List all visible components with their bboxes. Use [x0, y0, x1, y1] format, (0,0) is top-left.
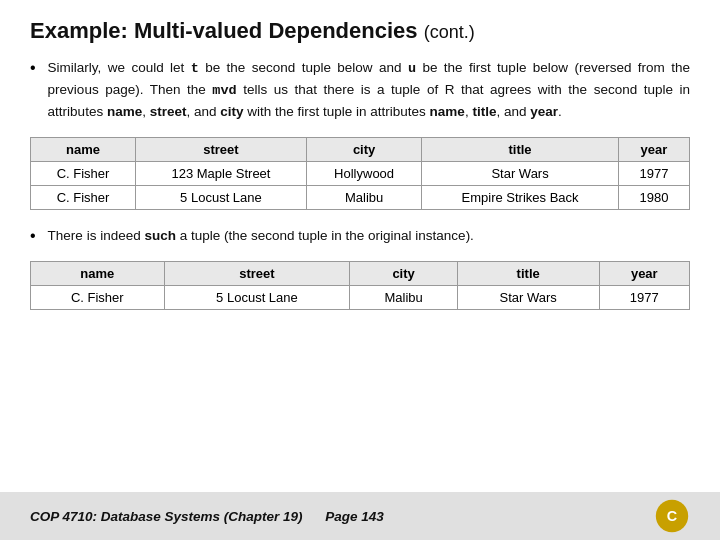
- col-header-street-1: street: [136, 137, 307, 161]
- paragraph-2: There is indeed such a tuple (the second…: [48, 226, 474, 247]
- cell-title: Empire Strikes Back: [422, 185, 619, 209]
- cell-title: Star Wars: [457, 285, 599, 309]
- cell-year: 1980: [618, 185, 689, 209]
- cell-year: 1977: [599, 285, 689, 309]
- col-header-title-2: title: [457, 261, 599, 285]
- paragraph-1: Similarly, we could let t be the second …: [48, 58, 690, 123]
- cell-city: Hollywood: [306, 161, 421, 185]
- bullet-1: •: [30, 59, 36, 77]
- cell-street: 5 Locust Lane: [136, 185, 307, 209]
- title-suffix: (cont.): [424, 22, 475, 42]
- footer-logo: C: [654, 498, 690, 534]
- svg-text:C: C: [667, 508, 677, 524]
- col-header-name-1: name: [31, 137, 136, 161]
- footer-course: COP 4710: Database Systems (Chapter 19) …: [30, 509, 384, 524]
- table-2: name street city title year C. Fisher 5 …: [30, 261, 690, 310]
- bullet-section-2: • There is indeed such a tuple (the seco…: [30, 226, 690, 247]
- cell-name: C. Fisher: [31, 185, 136, 209]
- col-header-year-2: year: [599, 261, 689, 285]
- bullet-2: •: [30, 227, 36, 245]
- col-header-year-1: year: [618, 137, 689, 161]
- col-header-name-2: name: [31, 261, 165, 285]
- cell-street: 5 Locust Lane: [164, 285, 350, 309]
- cell-name: C. Fisher: [31, 285, 165, 309]
- cell-name: C. Fisher: [31, 161, 136, 185]
- main-content: Example: Multi-valued Dependencies (cont…: [0, 0, 720, 336]
- table-row: C. Fisher 5 Locust Lane Malibu Star Wars…: [31, 285, 690, 309]
- bullet-section-1: • Similarly, we could let t be the secon…: [30, 58, 690, 123]
- page-title: Example: Multi-valued Dependencies (cont…: [30, 18, 690, 44]
- col-header-city-1: city: [306, 137, 421, 161]
- cell-city: Malibu: [350, 285, 457, 309]
- table-row: C. Fisher 5 Locust Lane Malibu Empire St…: [31, 185, 690, 209]
- col-header-street-2: street: [164, 261, 350, 285]
- cell-city: Malibu: [306, 185, 421, 209]
- table-1: name street city title year C. Fisher 12…: [30, 137, 690, 210]
- table-row: C. Fisher 123 Maple Street Hollywood Sta…: [31, 161, 690, 185]
- cell-street: 123 Maple Street: [136, 161, 307, 185]
- cell-title: Star Wars: [422, 161, 619, 185]
- col-header-city-2: city: [350, 261, 457, 285]
- cell-year: 1977: [618, 161, 689, 185]
- footer: COP 4710: Database Systems (Chapter 19) …: [0, 492, 720, 540]
- title-text: Example: Multi-valued Dependencies: [30, 18, 418, 43]
- col-header-title-1: title: [422, 137, 619, 161]
